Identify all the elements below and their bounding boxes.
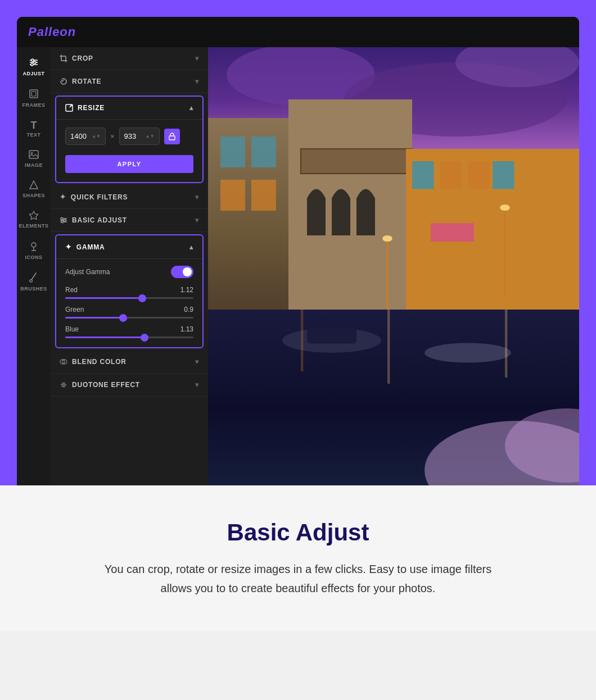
green-slider-row: Green 0.9 — [65, 306, 193, 319]
sidebar-item-adjust-label: ADJUST — [22, 71, 44, 76]
apply-button[interactable]: APPLY — [65, 155, 193, 173]
gamma-toggle[interactable] — [171, 266, 193, 278]
svg-point-23 — [61, 217, 63, 220]
bottom-title: Basic Adjust — [45, 519, 551, 546]
crop-icon — [60, 54, 67, 62]
title-bar: Palleon — [17, 17, 579, 47]
top-purple-section: Palleon — [0, 0, 596, 485]
duotone-icon — [60, 381, 67, 389]
sidebar-item-elements[interactable]: ELEMENTS — [19, 206, 48, 233]
svg-rect-41 — [301, 149, 412, 174]
resize-height-input[interactable]: 933 ▲▼ — [119, 128, 160, 145]
app-window: Palleon — [17, 17, 579, 485]
svg-marker-10 — [30, 181, 38, 189]
frames-icon — [29, 89, 39, 101]
red-slider-track[interactable] — [65, 297, 193, 299]
sidebar-item-image-label: IMAGE — [25, 162, 43, 168]
sidebar-item-elements-label: ELEMENTS — [19, 223, 49, 229]
sidebar-item-frames[interactable]: FRAMES — [19, 84, 48, 112]
bottom-section: Basic Adjust You can crop, rotate or res… — [0, 485, 596, 631]
svg-rect-19 — [169, 136, 175, 140]
red-slider-fill — [65, 297, 142, 299]
svg-point-48 — [382, 235, 392, 242]
svg-rect-8 — [29, 151, 38, 158]
svg-point-50 — [500, 204, 510, 211]
svg-point-24 — [64, 219, 66, 221]
red-slider-thumb[interactable] — [138, 294, 146, 302]
duotone-panel-row: DUOTONE EFFECT ▾ — [51, 374, 208, 397]
crop-chevron-icon: ▾ — [195, 54, 199, 62]
green-slider-track[interactable] — [65, 317, 193, 319]
svg-point-16 — [30, 280, 33, 282]
resize-panel-header[interactable]: RESIZE ▴ — [56, 97, 202, 120]
svg-rect-45 — [468, 161, 490, 189]
gamma-panel: ✦ GAMMA ▴ Adjust Gamma — [55, 234, 204, 348]
blend-color-chevron-icon: ▾ — [195, 358, 199, 366]
lock-ratio-button[interactable] — [164, 129, 180, 144]
blue-slider-row: Blue 1.13 — [65, 325, 193, 338]
svg-rect-7 — [31, 92, 36, 96]
basic-adjust-panel-header[interactable]: BASIC ADJUST ▾ — [51, 209, 208, 231]
image-icon — [29, 150, 39, 161]
main-area: ADJUST FRAMES T TEXT — [17, 47, 579, 485]
blend-color-panel-row: BLEND COLOR ▾ — [51, 351, 208, 374]
basic-adjust-panel-row: BASIC ADJUST ▾ — [51, 209, 208, 232]
blue-slider-track[interactable] — [65, 337, 193, 338]
gamma-toggle-row: Adjust Gamma — [65, 266, 193, 278]
svg-point-5 — [31, 63, 33, 66]
rotate-panel-header[interactable]: ROTATE ▾ — [51, 70, 208, 93]
sidebar-item-text[interactable]: T TEXT — [19, 116, 48, 142]
svg-rect-39 — [251, 180, 276, 211]
sidebar-item-adjust[interactable]: ADJUST — [19, 53, 48, 81]
sidebar-item-brushes[interactable]: BRUSHES — [19, 268, 48, 296]
crop-panel-row: CROP ▾ — [51, 47, 208, 70]
basic-adjust-icon — [60, 216, 67, 224]
crop-panel-header[interactable]: CROP ▾ — [51, 47, 208, 70]
rotate-panel-row: ROTATE ▾ — [51, 70, 208, 93]
quick-filters-panel-row: ✦ QUICK FILTERS ▾ — [51, 185, 208, 209]
height-spin-arrows[interactable]: ▲▼ — [146, 134, 155, 139]
blend-color-panel-header[interactable]: BLEND COLOR ▾ — [51, 351, 208, 373]
duotone-chevron-icon: ▾ — [195, 381, 199, 389]
sidebar-item-icons[interactable]: ICONS — [19, 237, 48, 265]
basic-adjust-chevron-icon: ▾ — [195, 216, 199, 224]
svg-rect-55 — [301, 310, 303, 371]
panels-area: CROP ▾ ROTATE — [51, 47, 208, 485]
elements-icon — [29, 211, 38, 221]
svg-rect-53 — [307, 328, 356, 344]
gamma-content: Adjust Gamma Red 1.12 — [56, 259, 202, 347]
canvas-image — [208, 47, 579, 485]
sidebar-item-frames-label: FRAMES — [22, 102, 46, 108]
svg-point-9 — [31, 152, 33, 154]
svg-point-12 — [31, 243, 36, 247]
red-slider-row: Red 1.12 — [65, 286, 193, 299]
resize-chevron-icon: ▴ — [189, 104, 193, 112]
svg-rect-44 — [440, 161, 462, 189]
gamma-panel-header[interactable]: ✦ GAMMA ▴ — [56, 235, 202, 259]
sidebar-item-image[interactable]: IMAGE — [19, 146, 48, 172]
duotone-panel-header[interactable]: DUOTONE EFFECT ▾ — [51, 374, 208, 396]
quick-filters-chevron-icon: ▾ — [195, 193, 199, 201]
svg-rect-46 — [493, 161, 514, 189]
svg-point-54 — [425, 343, 511, 362]
blue-slider-fill — [65, 337, 145, 338]
blend-color-icon — [60, 358, 67, 366]
svg-rect-6 — [30, 90, 38, 98]
width-spin-arrows[interactable]: ▲▼ — [92, 134, 101, 139]
icons-icon — [29, 241, 38, 253]
sidebar-item-shapes[interactable]: SHAPES — [19, 176, 48, 203]
gamma-chevron-icon: ▴ — [189, 243, 193, 251]
svg-rect-36 — [220, 137, 245, 167]
sidebar-item-shapes-label: SHAPES — [22, 193, 45, 198]
svg-line-18 — [70, 105, 72, 107]
green-slider-thumb[interactable] — [119, 314, 127, 322]
text-icon: T — [31, 120, 37, 130]
resize-width-input[interactable]: 1400 ▲▼ — [65, 128, 106, 145]
bottom-description: You can crop, rotate or resize images in… — [90, 560, 506, 598]
resize-panel: RESIZE ▴ 1400 ▲▼ × 933 ▲▼ — [55, 96, 204, 183]
quick-filters-panel-header[interactable]: ✦ QUICK FILTERS ▾ — [51, 185, 208, 208]
blue-slider-thumb[interactable] — [141, 334, 148, 342]
sidebar-item-brushes-label: BRUSHES — [20, 286, 47, 292]
sidebar-item-icons-label: ICONS — [25, 254, 42, 260]
shapes-icon — [29, 180, 39, 191]
